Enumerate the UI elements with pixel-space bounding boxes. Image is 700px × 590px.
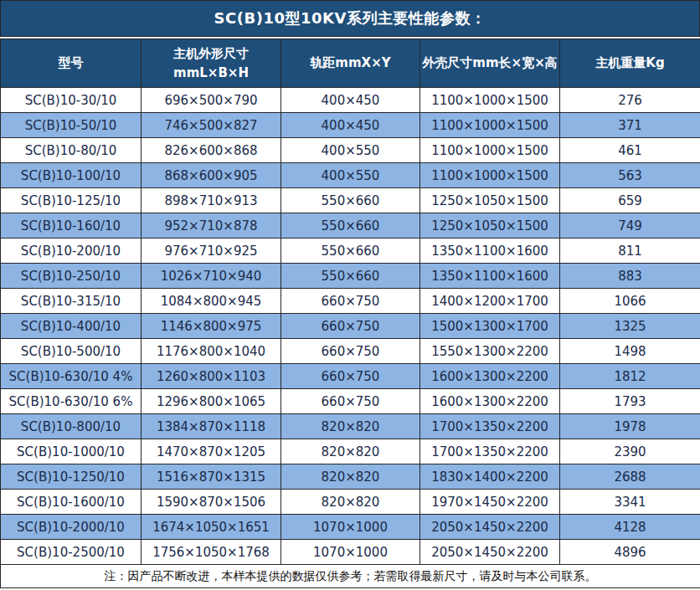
table-row: SC(B)10-315/10 1084×800×945 660×750 1400… <box>1 289 700 314</box>
column-header-label: 外壳尺寸mm长×宽×高 <box>422 55 558 71</box>
cell-model: SC(B)10-100/10 <box>1 163 142 188</box>
cell-rail: 550×660 <box>281 239 420 264</box>
cell-model: SC(B)10-315/10 <box>1 289 142 314</box>
table-row: SC(B)10-125/10 898×710×913 550×660 1250×… <box>1 188 700 213</box>
column-header-weight: 主机重量Kg <box>560 39 700 88</box>
cell-rail: 660×750 <box>281 289 420 314</box>
table-row: SC(B)10-800/10 1384×870×1118 820×820 170… <box>1 414 700 439</box>
cell-body-size: 1296×800×1065 <box>142 389 281 414</box>
column-header-label: 型号 <box>3 55 139 71</box>
cell-rail: 400×450 <box>281 88 420 113</box>
cell-body-size: 1084×800×945 <box>142 289 281 314</box>
cell-model: SC(B)10-80/10 <box>1 138 142 163</box>
table-row: SC(B)10-100/10 868×600×905 400×550 1100×… <box>1 163 700 188</box>
table-row: SC(B)10-630/10 4% 1260×800×1103 660×750 … <box>1 364 700 389</box>
cell-shell-size: 1500×1300×1700 <box>420 314 560 339</box>
cell-rail: 400×450 <box>281 113 420 138</box>
cell-model: SC(B)10-160/10 <box>1 213 142 239</box>
cell-body-size: 952×710×878 <box>142 213 281 239</box>
cell-weight: 563 <box>560 163 700 188</box>
cell-shell-size: 1970×1450×2200 <box>420 490 560 515</box>
cell-weight: 1325 <box>560 314 700 339</box>
cell-rail: 660×750 <box>281 314 420 339</box>
cell-model: SC(B)10-125/10 <box>1 188 142 213</box>
cell-model: SC(B)10-500/10 <box>1 339 142 364</box>
cell-model: SC(B)10-30/10 <box>1 88 142 113</box>
table-row: SC(B)10-200/10 976×710×925 550×660 1350×… <box>1 239 700 264</box>
cell-body-size: 1146×800×975 <box>142 314 281 339</box>
cell-weight: 883 <box>560 264 700 289</box>
cell-shell-size: 1350×1100×1600 <box>420 239 560 264</box>
table-row: SC(B)10-2500/10 1756×1050×1768 1070×1000… <box>1 540 700 565</box>
table-header: 型号 主机外形尺寸 mmL×B×H 轨距mmX×Y 外壳尺寸mm长×宽×高 主机… <box>1 39 700 88</box>
cell-model: SC(B)10-400/10 <box>1 314 142 339</box>
cell-model: SC(B)10-50/10 <box>1 113 142 138</box>
cell-rail: 820×820 <box>281 490 420 515</box>
cell-model: SC(B)10-630/10 6% <box>1 389 142 414</box>
cell-weight: 461 <box>560 138 700 163</box>
header-row: 型号 主机外形尺寸 mmL×B×H 轨距mmX×Y 外壳尺寸mm长×宽×高 主机… <box>1 39 700 88</box>
cell-weight: 4896 <box>560 540 700 565</box>
footer-note: 注：因产品不断改进，本样本提供的数据仅供参考；若需取得最新尺寸，请及时与本公司联… <box>1 565 700 588</box>
cell-weight: 276 <box>560 88 700 113</box>
column-header-model: 型号 <box>1 39 142 88</box>
table-row: SC(B)10-80/10 826×600×868 400×550 1100×1… <box>1 138 700 163</box>
cell-model: SC(B)10-800/10 <box>1 414 142 439</box>
cell-weight: 371 <box>560 113 700 138</box>
cell-shell-size: 1700×1350×2200 <box>420 439 560 464</box>
cell-body-size: 1674×1050×1651 <box>142 515 281 540</box>
cell-shell-size: 1100×1000×1500 <box>420 138 560 163</box>
page-title: SC(B)10型10KV系列主要性能参数： <box>0 0 700 37</box>
cell-shell-size: 1600×1300×2200 <box>420 389 560 414</box>
cell-model: SC(B)10-200/10 <box>1 239 142 264</box>
cell-model: SC(B)10-2500/10 <box>1 540 142 565</box>
cell-shell-size: 2050×1450×2200 <box>420 540 560 565</box>
cell-shell-size: 1350×1100×1600 <box>420 264 560 289</box>
column-header-label: 主机重量Kg <box>562 55 698 71</box>
cell-rail: 1070×1000 <box>281 515 420 540</box>
cell-body-size: 1176×800×1040 <box>142 339 281 364</box>
cell-model: SC(B)10-2000/10 <box>1 515 142 540</box>
cell-rail: 400×550 <box>281 138 420 163</box>
cell-rail: 660×750 <box>281 364 420 389</box>
cell-shell-size: 1550×1300×2200 <box>420 339 560 364</box>
table-row: SC(B)10-1600/10 1590×870×1506 820×820 19… <box>1 490 700 515</box>
table-row: SC(B)10-1250/10 1516×870×1315 820×820 18… <box>1 464 700 490</box>
cell-body-size: 1026×710×940 <box>142 264 281 289</box>
cell-weight: 1498 <box>560 339 700 364</box>
cell-weight: 4128 <box>560 515 700 540</box>
table-row: SC(B)10-250/10 1026×710×940 550×660 1350… <box>1 264 700 289</box>
table-row: SC(B)10-630/10 6% 1296×800×1065 660×750 … <box>1 389 700 414</box>
cell-weight: 811 <box>560 239 700 264</box>
column-header-label: 主机外形尺寸 <box>143 46 279 62</box>
table-row: SC(B)10-160/10 952×710×878 550×660 1250×… <box>1 213 700 239</box>
cell-body-size: 898×710×913 <box>142 188 281 213</box>
cell-shell-size: 1100×1000×1500 <box>420 163 560 188</box>
cell-model: SC(B)10-1250/10 <box>1 464 142 490</box>
column-header-shell-size: 外壳尺寸mm长×宽×高 <box>420 39 560 88</box>
cell-model: SC(B)10-630/10 4% <box>1 364 142 389</box>
cell-model: SC(B)10-250/10 <box>1 264 142 289</box>
cell-body-size: 1516×870×1315 <box>142 464 281 490</box>
table-row: SC(B)10-400/10 1146×800×975 660×750 1500… <box>1 314 700 339</box>
cell-weight: 749 <box>560 213 700 239</box>
table-row: SC(B)10-1000/10 1470×870×1205 820×820 17… <box>1 439 700 464</box>
cell-body-size: 1384×870×1118 <box>142 414 281 439</box>
cell-shell-size: 2050×1450×2200 <box>420 515 560 540</box>
cell-body-size: 976×710×925 <box>142 239 281 264</box>
column-header-label: 轨距mmX×Y <box>283 55 418 71</box>
cell-rail: 820×820 <box>281 439 420 464</box>
cell-body-size: 868×600×905 <box>142 163 281 188</box>
cell-weight: 1793 <box>560 389 700 414</box>
cell-body-size: 1260×800×1103 <box>142 364 281 389</box>
cell-weight: 2390 <box>560 439 700 464</box>
cell-rail: 400×550 <box>281 163 420 188</box>
cell-shell-size: 1250×1050×1500 <box>420 213 560 239</box>
table-row: SC(B)10-2000/10 1674×1050×1651 1070×1000… <box>1 515 700 540</box>
cell-shell-size: 1400×1200×1700 <box>420 289 560 314</box>
table-row: SC(B)10-50/10 746×500×827 400×450 1100×1… <box>1 113 700 138</box>
cell-shell-size: 1830×1400×2200 <box>420 464 560 490</box>
cell-model: SC(B)10-1600/10 <box>1 490 142 515</box>
spec-sheet-page: SC(B)10型10KV系列主要性能参数： 型号 主机外形尺寸 mmL×B×H … <box>0 0 700 590</box>
cell-rail: 820×820 <box>281 414 420 439</box>
